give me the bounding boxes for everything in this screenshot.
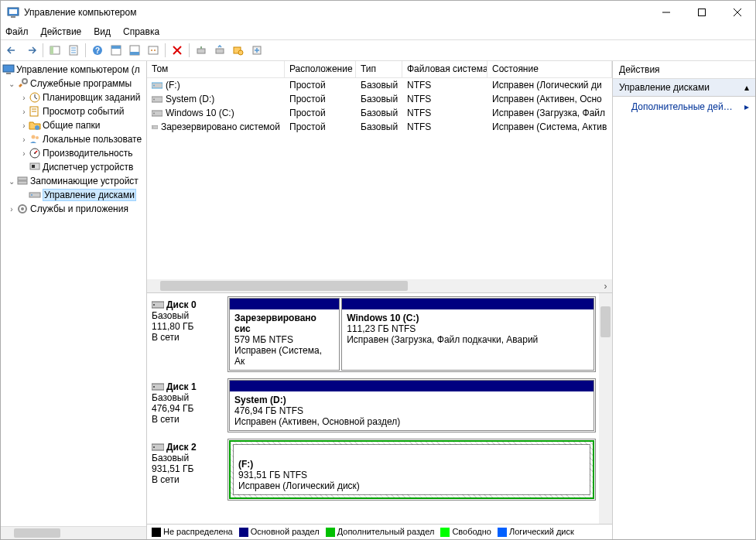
collapse-icon[interactable]: ⌄: [7, 177, 16, 186]
nav-back-button[interactable]: [4, 42, 21, 59]
svg-rect-1: [9, 9, 17, 14]
actions-more[interactable]: Дополнительные дей… ▸: [613, 97, 755, 117]
volume-row[interactable]: System (D:)ПростойБазовыйNTFSИсправен (А…: [147, 92, 612, 106]
col-volume[interactable]: Том: [147, 61, 285, 77]
svg-rect-18: [130, 52, 139, 55]
legend-free: Свободно: [452, 527, 491, 536]
menu-file[interactable]: Файл: [5, 26, 29, 37]
menu-view[interactable]: Вид: [94, 26, 111, 37]
col-fs[interactable]: Файловая система: [402, 61, 487, 77]
expand-icon[interactable]: ›: [19, 135, 29, 144]
tree-root[interactable]: Управление компьютером (л: [1, 63, 146, 77]
svg-point-52: [153, 99, 155, 101]
expand-icon[interactable]: ›: [19, 108, 29, 116]
svg-rect-43: [18, 177, 27, 180]
tree-services[interactable]: › Службы и приложения: [1, 202, 146, 216]
action-1-button[interactable]: [193, 42, 210, 59]
services-icon: [16, 203, 29, 215]
view-bottom-button[interactable]: [126, 42, 143, 59]
main-content: Управление компьютером (л ⌄ Служебные пр…: [1, 61, 755, 539]
maximize-button[interactable]: [684, 1, 720, 24]
menu-help[interactable]: Справка: [123, 26, 159, 37]
col-layout[interactable]: Расположение: [285, 61, 356, 77]
settings-button[interactable]: [145, 42, 162, 59]
disk-row[interactable]: Диск 0Базовый111,80 ГБВ сетиЗарезервиров…: [147, 293, 599, 375]
expand-icon[interactable]: ›: [19, 121, 29, 130]
action-3-button[interactable]: [230, 42, 247, 59]
tree-performance[interactable]: › Производительность: [1, 146, 146, 160]
svg-point-40: [34, 152, 36, 154]
delete-button[interactable]: [169, 42, 186, 59]
svg-point-54: [153, 113, 155, 114]
tree-device-manager[interactable]: Диспетчер устройств: [1, 160, 146, 174]
action-4-button[interactable]: [248, 42, 265, 59]
disk-list[interactable]: Диск 0Базовый111,80 ГБВ сетиЗарезервиров…: [147, 293, 599, 524]
expand-icon[interactable]: ›: [19, 94, 29, 102]
svg-text:?: ?: [95, 46, 100, 55]
svg-rect-25: [216, 49, 224, 53]
col-status[interactable]: Состояние: [487, 61, 612, 77]
volume-list-body[interactable]: (F:)ПростойБазовыйNTFSИсправен (Логическ…: [147, 78, 612, 279]
tree-event-viewer[interactable]: › Просмотр событий: [1, 104, 146, 118]
volume-row[interactable]: (F:)ПростойБазовыйNTFSИсправен (Логическ…: [147, 78, 612, 92]
action-2-button[interactable]: [211, 42, 228, 59]
minimize-button[interactable]: [648, 1, 684, 24]
tree-task-scheduler[interactable]: › Планировщик заданий: [1, 91, 146, 104]
collapse-up-icon[interactable]: ▴: [744, 82, 749, 93]
svg-point-36: [35, 125, 39, 130]
navigation-tree[interactable]: Управление компьютером (л ⌄ Служебные пр…: [1, 61, 146, 526]
disk-row[interactable]: Диск 2Базовый931,51 ГБВ сети(F:)931,51 Г…: [147, 436, 599, 504]
tree-disk-management[interactable]: Управление дисками: [1, 188, 146, 202]
volume-fs: NTFS: [402, 79, 487, 91]
col-type[interactable]: Тип: [356, 61, 402, 77]
volume-type: Базовый: [356, 79, 402, 91]
svg-point-37: [32, 135, 36, 139]
tree-horizontal-scrollbar[interactable]: [1, 526, 146, 539]
volume-status: Исправен (Загрузка, Файл: [487, 107, 612, 119]
svg-rect-19: [149, 46, 158, 54]
legend: Не распределена Основной раздел Дополнит…: [147, 524, 612, 539]
volume-layout: Простой: [285, 121, 356, 133]
titlebar: Управление компьютером: [1, 1, 755, 24]
volume-fs: NTFS: [402, 107, 487, 119]
menu-action[interactable]: Действие: [41, 26, 82, 37]
close-button[interactable]: [720, 1, 755, 24]
tools-icon: [16, 77, 29, 90]
view-top-button[interactable]: [108, 42, 125, 59]
help-button[interactable]: ?: [89, 42, 106, 59]
svg-point-62: [153, 446, 155, 448]
partition[interactable]: (F:)931,51 ГБ NTFSИсправен (Логический д…: [229, 440, 594, 499]
properties-button[interactable]: [65, 42, 82, 59]
actions-header: Действия: [613, 61, 755, 79]
volume-row[interactable]: Зарезервировано системойПростойБазовыйNT…: [147, 120, 612, 134]
tree-system-tools[interactable]: ⌄ Служебные программы: [1, 77, 146, 91]
actions-group-disk-management[interactable]: Управление дисками ▴: [613, 79, 755, 97]
disk-vertical-scrollbar[interactable]: [599, 293, 612, 524]
nav-forward-button[interactable]: [22, 42, 39, 59]
tree-storage[interactable]: ⌄ Запоминающие устройст: [1, 174, 146, 188]
center-pane: Том Расположение Тип Файловая система Со…: [147, 61, 613, 539]
partition[interactable]: Зарезервировано сис579 МБ NTFSИсправен (…: [229, 298, 340, 371]
partition[interactable]: System (D:)476,94 ГБ NTFSИсправен (Актив…: [229, 380, 594, 431]
collapse-icon[interactable]: ⌄: [7, 80, 16, 88]
expand-icon[interactable]: ›: [7, 205, 16, 214]
users-icon: [29, 133, 41, 145]
volume-icon: [152, 80, 162, 90]
disk-icon: [152, 382, 164, 391]
tree-local-users[interactable]: › Локальные пользовате: [1, 132, 146, 146]
volume-horizontal-scrollbar[interactable]: ›: [147, 279, 612, 292]
tree-shared-folders[interactable]: › Общие папки: [1, 118, 146, 132]
window-title: Управление компьютером: [24, 7, 648, 18]
volume-status: Исправен (Логический ди: [487, 79, 612, 91]
svg-point-38: [36, 136, 39, 139]
partition[interactable]: Windows 10 (C:)111,23 ГБ NTFSИсправен (З…: [341, 298, 594, 371]
disk-info: Диск 1Базовый476,94 ГБВ сети: [150, 378, 223, 432]
volume-name: System (D:): [166, 94, 214, 104]
show-hide-tree-button[interactable]: [46, 42, 63, 59]
volume-fs: NTFS: [402, 121, 487, 133]
expand-icon[interactable]: ›: [19, 149, 29, 158]
volume-row[interactable]: Windows 10 (C:)ПростойБазовыйNTFSИсправе…: [147, 106, 612, 120]
disk-row[interactable]: Диск 1Базовый476,94 ГБВ сетиSystem (D:)4…: [147, 375, 599, 436]
volume-name: (F:): [166, 80, 180, 91]
disk-info: Диск 2Базовый931,51 ГБВ сети: [150, 439, 223, 501]
